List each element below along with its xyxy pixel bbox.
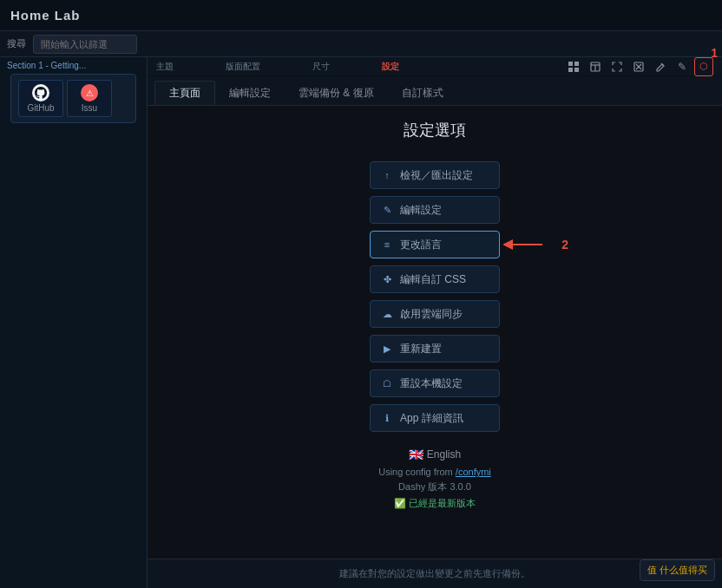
search-label: 搜尋 bbox=[7, 37, 26, 50]
watermark: 值 什么值得买 bbox=[640, 559, 715, 581]
reset-local-btn[interactable]: ☖ 重設本機設定 bbox=[370, 369, 500, 397]
config-link[interactable]: /confymi bbox=[456, 467, 491, 477]
export-icon-btn[interactable]: ⬡ 1 bbox=[694, 57, 713, 76]
center-area: 主題 版面配置 尺寸 設定 bbox=[148, 57, 722, 588]
badge-2: 2 bbox=[561, 238, 568, 252]
theme-label: 主題 bbox=[156, 61, 174, 73]
bottom-footer: 建議在對您的設定做出變更之前先進行備份。 bbox=[148, 559, 722, 588]
layout-icon-btn[interactable] bbox=[586, 57, 605, 76]
watermark-text: 值 什么值得买 bbox=[647, 565, 707, 575]
cloud-sync-btn[interactable]: ☁ 啟用雲端同步 bbox=[370, 300, 500, 328]
header-row: Home Lab bbox=[0, 0, 722, 31]
tab-cloud[interactable]: 雲端備份 & 復原 bbox=[285, 81, 388, 105]
edit-css-btn[interactable]: ✤ 編輯自訂 CSS bbox=[370, 265, 500, 293]
footer-text: 建議在對您的設定做出變更之前先進行備份。 bbox=[339, 567, 530, 580]
body-row: Section 1 - Getting... GitHub bbox=[0, 57, 722, 588]
grid-icon-btn[interactable] bbox=[564, 57, 583, 76]
left-sidebar: Section 1 - Getting... GitHub bbox=[0, 57, 148, 588]
sidebar-item-card: GitHub ⚠ Issu bbox=[10, 74, 136, 123]
settings-content: 設定選項 ↑ 檢視／匯出設定 ✎ 編輯設定 ≡ 更改語言 bbox=[148, 106, 722, 559]
layout-label: 版面配置 bbox=[226, 61, 260, 73]
settings-title: 設定選項 bbox=[404, 120, 466, 140]
tab-main[interactable]: 主頁面 bbox=[154, 81, 215, 105]
lang-name: English bbox=[427, 448, 461, 461]
update-status: ✅ 已經是最新版本 bbox=[378, 497, 491, 510]
fullscreen-icon-btn[interactable] bbox=[629, 57, 648, 76]
size-label: 尺寸 bbox=[312, 61, 330, 73]
icon-toolbar: ✎ ⬡ 1 bbox=[564, 57, 713, 76]
sidebar-section-title: Section 1 - Getting... bbox=[7, 61, 140, 70]
app-info-btn[interactable]: ℹ App 詳細資訊 bbox=[370, 404, 500, 432]
svg-rect-0 bbox=[568, 62, 573, 66]
search-input[interactable] bbox=[33, 35, 137, 54]
sidebar-card-issues[interactable]: ⚠ Issu bbox=[67, 80, 112, 117]
settings-label: 設定 bbox=[382, 61, 399, 73]
arrow-annotation bbox=[503, 236, 547, 253]
edit-settings-btn[interactable]: ✎ 編輯設定 bbox=[370, 196, 500, 224]
super-header: 主題 版面配置 尺寸 設定 bbox=[148, 57, 722, 76]
import-icon: ↑ bbox=[381, 170, 393, 180]
issue-icon: ⚠ bbox=[81, 84, 98, 101]
github-icon bbox=[32, 84, 49, 101]
config-text: Using config from /confymi bbox=[378, 467, 491, 477]
app-title: Home Lab bbox=[10, 8, 81, 23]
super-header-labels: 主題 版面配置 尺寸 設定 bbox=[156, 61, 399, 73]
edit-settings-icon: ✎ bbox=[381, 205, 393, 216]
css-icon: ✤ bbox=[381, 274, 393, 285]
edit-icon-btn[interactable] bbox=[651, 57, 670, 76]
expand-icon-btn[interactable] bbox=[607, 57, 627, 76]
page-layout: Home Lab 搜尋 Section 1 - Getting... bbox=[0, 0, 722, 588]
svg-rect-1 bbox=[574, 62, 579, 66]
lang-indicator: 🇬🇧 English bbox=[378, 448, 491, 461]
github-label: GitHub bbox=[27, 103, 54, 113]
reset-icon: ☖ bbox=[381, 378, 393, 389]
lang-icon: ≡ bbox=[381, 239, 393, 250]
badge-1: 1 bbox=[711, 46, 718, 60]
tab-edit[interactable]: 編輯設定 bbox=[215, 81, 285, 105]
tab-custom[interactable]: 自訂樣式 bbox=[388, 81, 457, 105]
sidebar-card-items: GitHub ⚠ Issu bbox=[18, 80, 128, 117]
sidebar-section: Section 1 - Getting... GitHub bbox=[0, 57, 147, 130]
pencil-icon-btn[interactable]: ✎ bbox=[673, 57, 692, 76]
cloud-icon: ☁ bbox=[381, 309, 393, 320]
change-lang-btn[interactable]: ≡ 更改語言 2 bbox=[370, 231, 500, 258]
tab-nav: 主頁面 編輯設定 雲端備份 & 復原 自訂樣式 bbox=[148, 76, 722, 106]
import-export-btn[interactable]: ↑ 檢視／匯出設定 bbox=[370, 161, 500, 189]
tabs-row: 主頁面 編輯設定 雲端備份 & 復原 自訂樣式 bbox=[154, 76, 457, 105]
info-icon: ℹ bbox=[381, 413, 393, 424]
flag-icon: 🇬🇧 bbox=[409, 448, 423, 461]
rebuild-btn[interactable]: ▶ 重新建置 bbox=[370, 335, 500, 363]
sidebar-card-github[interactable]: GitHub bbox=[18, 80, 63, 117]
svg-rect-2 bbox=[568, 68, 573, 72]
search-row: 搜尋 bbox=[0, 31, 722, 57]
settings-footer: 🇬🇧 English Using config from /confymi Da… bbox=[378, 448, 491, 510]
version-text: Dashy 版本 3.0.0 bbox=[378, 480, 491, 493]
svg-rect-3 bbox=[574, 68, 579, 72]
rebuild-icon: ▶ bbox=[381, 343, 393, 355]
issues-label: Issu bbox=[82, 103, 97, 113]
